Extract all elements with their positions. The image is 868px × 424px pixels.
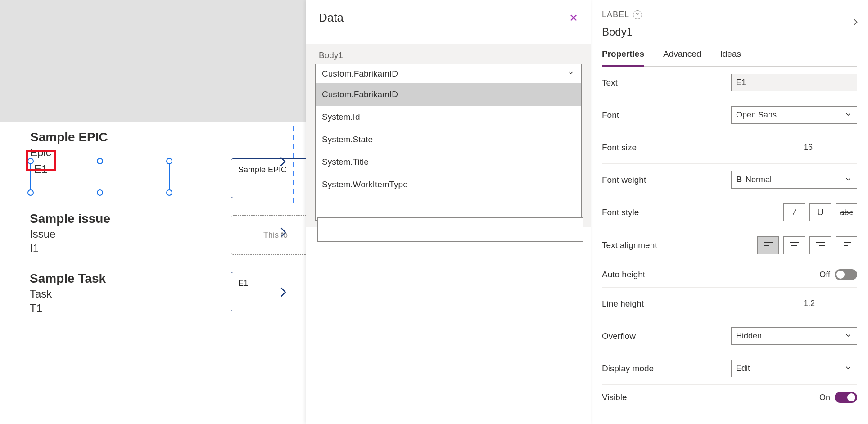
dropdown-selected-value[interactable]: Custom.FabrikamID [316, 64, 581, 83]
prop-label-text-alignment: Text alignment [602, 240, 657, 250]
body1-selection[interactable]: E1 [30, 161, 170, 193]
strikethrough-button[interactable]: abc [836, 203, 857, 221]
resize-handle-tr[interactable] [166, 158, 172, 164]
align-justify-button[interactable] [836, 236, 857, 254]
prop-label-overflow: Overflow [602, 331, 636, 341]
prop-label-font: Font [602, 110, 619, 120]
overflow-select[interactable]: Hidden [731, 327, 857, 345]
auto-height-state: Off [819, 270, 830, 280]
data-field-label: Body1 [319, 50, 582, 60]
auto-height-toggle[interactable] [835, 269, 857, 280]
preview-text: E1 [238, 279, 248, 288]
close-icon[interactable]: ✕ [569, 12, 578, 24]
control-type-label: LABEL [602, 10, 629, 19]
resize-handle-br[interactable] [166, 189, 172, 196]
red-annotation-dropdown [317, 217, 583, 242]
text-value-input[interactable]: E1 [731, 74, 857, 91]
dropdown-option-system-state[interactable]: System.State [316, 128, 581, 151]
tab-advanced[interactable]: Advanced [663, 45, 701, 66]
prop-label-font-weight: Font weight [602, 175, 646, 185]
chevron-down-icon [844, 175, 852, 185]
resize-handle-bc[interactable] [97, 189, 103, 196]
dropdown-list: Custom.FabrikamID System.Id System.State… [316, 83, 581, 196]
control-name: Body1 [602, 26, 857, 38]
chevron-down-icon [844, 364, 852, 373]
prop-label-font-style: Font style [602, 207, 639, 217]
data-panel-title: Data [319, 11, 344, 25]
resize-handle-tc[interactable] [97, 158, 103, 164]
properties-tabs: Properties Advanced Ideas [602, 45, 857, 67]
prop-label-auto-height: Auto height [602, 270, 645, 280]
chevron-right-icon[interactable] [850, 16, 860, 30]
tab-ideas[interactable]: Ideas [720, 45, 741, 66]
help-icon[interactable]: ? [633, 10, 642, 19]
chevron-down-icon [844, 331, 852, 341]
prop-label-font-size: Font size [602, 143, 637, 153]
visible-state: On [819, 393, 830, 402]
properties-panel: LABEL ? Body1 Properties Advanced Ideas … [591, 0, 868, 424]
display-mode-select[interactable]: Edit [731, 360, 857, 377]
align-left-button[interactable] [757, 236, 779, 254]
font-select[interactable]: Open Sans [731, 106, 857, 124]
chevron-down-icon [567, 69, 575, 79]
chevron-down-icon [844, 110, 852, 120]
data-field-dropdown[interactable]: Custom.FabrikamID Custom.FabrikamID Syst… [315, 64, 582, 221]
dropdown-option-custom-fabrikamid[interactable]: Custom.FabrikamID [316, 83, 581, 106]
font-weight-select[interactable]: BNormal [731, 171, 857, 189]
visible-toggle[interactable] [835, 392, 857, 403]
preview-placeholder-text: This fo [263, 230, 288, 240]
dropdown-option-system-workitemtype[interactable]: System.WorkItemType [316, 173, 581, 196]
data-panel: Data ✕ Body1 Custom.FabrikamID Custom.Fa… [306, 0, 591, 424]
preview-text: Sample EPIC [238, 165, 287, 175]
prop-label-line-height: Line height [602, 299, 644, 309]
dropdown-option-system-id[interactable]: System.Id [316, 106, 581, 128]
font-size-input[interactable]: 16 [799, 139, 857, 156]
resize-handle-tl[interactable] [27, 158, 34, 164]
prop-label-display-mode: Display mode [602, 364, 654, 374]
line-height-input[interactable]: 1.2 [799, 295, 857, 312]
body1-text: E1 [31, 161, 51, 177]
dropdown-option-system-title[interactable]: System.Title [316, 151, 581, 173]
resize-handle-bl[interactable] [27, 189, 34, 196]
italic-button[interactable]: / [783, 203, 805, 221]
prop-label-visible: Visible [602, 392, 627, 402]
align-right-button[interactable] [809, 236, 831, 254]
align-center-button[interactable] [783, 236, 805, 254]
tab-properties[interactable]: Properties [602, 45, 644, 67]
underline-button[interactable]: U [809, 203, 831, 221]
prop-label-text: Text [602, 78, 618, 88]
